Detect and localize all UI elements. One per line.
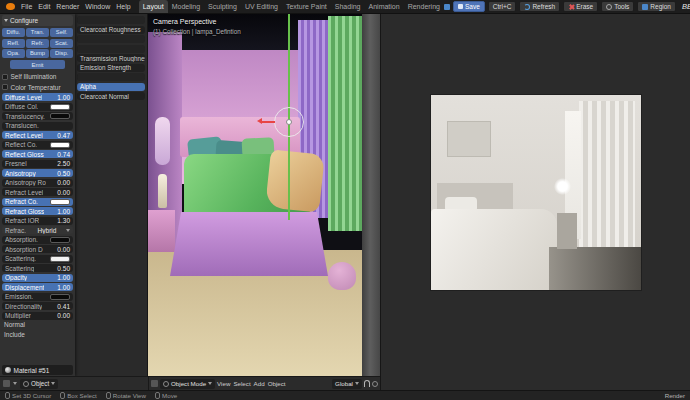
mode-dropdown[interactable]: Object Mode bbox=[160, 379, 215, 389]
object-context-dropdown[interactable]: Object bbox=[20, 379, 58, 389]
map-button-disp[interactable]: Disp. bbox=[50, 49, 73, 58]
param-anisotropy[interactable]: Anisotropy0.50 bbox=[2, 169, 73, 177]
param-reflect-level[interactable]: Reflect Level0.47 bbox=[2, 131, 73, 139]
material-panel-header[interactable]: Configure bbox=[2, 15, 73, 26]
tab-uv-editing[interactable]: UV Editing bbox=[241, 0, 282, 13]
map-button-tran[interactable]: Tran. bbox=[26, 28, 49, 37]
param-scattering[interactable]: Scattering0.50 bbox=[2, 264, 73, 272]
param-opacity[interactable]: Opacity1.00 bbox=[2, 274, 73, 282]
shader-row-alpha[interactable]: Alpha bbox=[77, 83, 145, 91]
status-bar: Set 3D CursorBox SelectRotate ViewMove R… bbox=[0, 390, 690, 400]
tab-layout[interactable]: Layout bbox=[139, 0, 168, 13]
param-label: Displacement bbox=[5, 284, 44, 291]
viewport-menu-add[interactable]: Add bbox=[254, 380, 265, 387]
shader-row-transmission-roughness[interactable]: Transmission Roughness bbox=[77, 54, 145, 62]
param-multiplier[interactable]: Multiplier0.00 bbox=[2, 312, 73, 320]
shader-row-blank[interactable] bbox=[77, 45, 145, 53]
menu-render[interactable]: Render bbox=[53, 0, 82, 13]
erase-button[interactable]: Erase bbox=[563, 1, 598, 12]
map-button-refr[interactable]: Refr. bbox=[26, 39, 49, 48]
param-refract-level[interactable]: Refract Level0.00 bbox=[2, 188, 73, 196]
color-swatch[interactable] bbox=[50, 199, 70, 205]
shader-row-blank[interactable] bbox=[77, 73, 145, 81]
copy-button[interactable]: Ctrl+C bbox=[488, 1, 517, 12]
param-value: 0.41 bbox=[57, 303, 70, 310]
material-name-field[interactable]: Material #51 bbox=[2, 365, 73, 375]
shader-row-blank[interactable] bbox=[77, 16, 145, 24]
render-bed bbox=[431, 209, 557, 290]
viewport-sidebar-strip[interactable] bbox=[362, 14, 380, 376]
blender-logo-icon[interactable] bbox=[6, 3, 15, 10]
tab-animation[interactable]: Animation bbox=[365, 0, 404, 13]
self-illumination-row[interactable]: Self Illumination bbox=[2, 72, 73, 81]
param-label: Anisotropy bbox=[5, 170, 36, 177]
param-displacement[interactable]: Displacement1.00 bbox=[2, 283, 73, 291]
color-swatch[interactable] bbox=[50, 113, 70, 119]
param-reflect-co[interactable]: Reflect Co. bbox=[2, 141, 73, 149]
menu-help[interactable]: Help bbox=[113, 0, 133, 13]
param-reflect-gloss[interactable]: Reflect Gloss0.74 bbox=[2, 150, 73, 158]
color-swatch[interactable] bbox=[50, 142, 70, 148]
editor-type-icon[interactable] bbox=[151, 380, 158, 387]
editor-type-icon[interactable] bbox=[3, 380, 10, 387]
tab-texture-paint[interactable]: Texture Paint bbox=[282, 0, 331, 13]
region-button[interactable]: Region bbox=[637, 1, 676, 12]
map-button-refl[interactable]: Refl. bbox=[2, 39, 25, 48]
param-refract-ior[interactable]: Refract IOR1.30 bbox=[2, 217, 73, 225]
param-label: Refract Co. bbox=[5, 198, 38, 205]
color-swatch[interactable] bbox=[50, 237, 70, 243]
shader-row-blank[interactable] bbox=[77, 35, 145, 43]
tab-sculpting[interactable]: Sculpting bbox=[204, 0, 241, 13]
section-include: Include bbox=[2, 331, 73, 339]
map-button-diffu[interactable]: Diffu. bbox=[2, 28, 25, 37]
color-swatch[interactable] bbox=[50, 256, 70, 262]
shader-row-clearcoat-roughness[interactable]: Clearcoat Roughness bbox=[77, 26, 145, 34]
param-refract-co[interactable]: Refract Co. bbox=[2, 198, 73, 206]
refresh-button[interactable]: Refresh bbox=[519, 1, 560, 12]
transform-gizmo[interactable] bbox=[274, 107, 304, 137]
param-emission[interactable]: Emission. bbox=[2, 293, 73, 301]
param-absorption-d[interactable]: Absorption D0.00 bbox=[2, 245, 73, 253]
viewport-3d[interactable]: Camera Perspective (1) Collection | lamp… bbox=[148, 14, 380, 376]
emit-button[interactable]: Emit bbox=[10, 60, 65, 69]
param-translucency[interactable]: Translucency. bbox=[2, 112, 73, 120]
menu-window[interactable]: Window bbox=[82, 0, 113, 13]
viewport-menu-object[interactable]: Object bbox=[268, 380, 286, 387]
shader-row-emission-strength[interactable]: Emission Strength bbox=[77, 64, 145, 72]
tab-modeling[interactable]: Modeling bbox=[168, 0, 204, 13]
color-temperature-row[interactable]: Color Temperatur bbox=[2, 83, 73, 92]
map-button-opa[interactable]: Opa. bbox=[2, 49, 25, 58]
param-directionality[interactable]: Directionality0.41 bbox=[2, 302, 73, 310]
param-scattering[interactable]: Scattering. bbox=[2, 255, 73, 263]
tools-button[interactable]: Tools bbox=[601, 1, 634, 12]
param-absorption[interactable]: Absorption. bbox=[2, 236, 73, 244]
param-refrac[interactable]: Refrac.Hybrid bbox=[2, 226, 73, 234]
tab-rendering[interactable]: Rendering bbox=[404, 0, 444, 13]
menu-file[interactable]: File bbox=[18, 0, 35, 13]
color-swatch[interactable] bbox=[50, 294, 70, 300]
orientation-dropdown[interactable]: Global bbox=[332, 379, 362, 389]
checkbox-icon bbox=[2, 84, 8, 90]
param-anisotropy-ro[interactable]: Anisotropy Ro0.00 bbox=[2, 179, 73, 187]
param-refract-gloss[interactable]: Refract Gloss1.00 bbox=[2, 207, 73, 215]
save-button[interactable]: Save bbox=[453, 1, 485, 12]
param-value: 0.74 bbox=[57, 151, 70, 158]
viewport-menu-view[interactable]: View bbox=[217, 380, 230, 387]
chevron-down-icon bbox=[13, 382, 17, 387]
param-diffuse-level[interactable]: Diffuse Level1.00 bbox=[2, 93, 73, 101]
editor-type-icon[interactable] bbox=[444, 4, 450, 10]
color-swatch[interactable] bbox=[50, 104, 70, 110]
viewport-menu-select[interactable]: Select bbox=[233, 380, 250, 387]
map-button-bump[interactable]: Bump bbox=[26, 49, 49, 58]
menu-edit[interactable]: Edit bbox=[35, 0, 53, 13]
snap-magnet-icon[interactable] bbox=[364, 380, 370, 387]
proportional-edit-icon[interactable] bbox=[372, 381, 378, 387]
orientation-label: Global bbox=[335, 380, 353, 387]
map-button-scat[interactable]: Scat. bbox=[50, 39, 73, 48]
map-button-self[interactable]: Self. bbox=[50, 28, 73, 37]
param-translucen[interactable]: Translucen. bbox=[2, 122, 73, 130]
shader-row-clearcoat-normal[interactable]: Clearcoat Normal bbox=[77, 92, 145, 100]
param-diffuse-col[interactable]: Diffuse Col. bbox=[2, 103, 73, 111]
param-fresnel[interactable]: Fresnel2.50 bbox=[2, 160, 73, 168]
tab-shading[interactable]: Shading bbox=[331, 0, 365, 13]
